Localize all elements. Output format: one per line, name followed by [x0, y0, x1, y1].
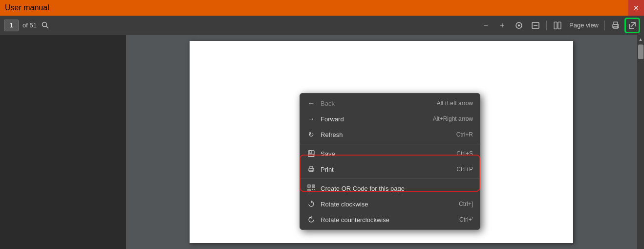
- refresh-shortcut: Ctrl+R: [456, 131, 473, 138]
- back-icon: ←: [307, 99, 316, 108]
- title-bar: User manual ✕: [0, 0, 644, 16]
- qrcode-icon: [307, 184, 316, 193]
- close-button[interactable]: ✕: [628, 0, 644, 16]
- print-ctx-icon: [307, 165, 316, 174]
- fit-page-icon: [515, 21, 523, 30]
- rotate-cw-label: Rotate clockwise: [321, 201, 454, 208]
- svg-point-19: [313, 169, 314, 170]
- svg-rect-14: [309, 151, 312, 153]
- context-menu-qrcode[interactable]: Create QR Code for this page: [300, 181, 480, 196]
- menu-separator-1: [300, 144, 480, 144]
- svg-rect-26: [312, 189, 313, 190]
- context-menu-print[interactable]: Print Ctrl+P: [300, 161, 480, 177]
- print-label: Print: [321, 166, 451, 173]
- save-label: Save: [321, 150, 451, 158]
- refresh-label: Refresh: [321, 131, 451, 138]
- page-view-area[interactable]: [550, 18, 565, 33]
- search-icon: [42, 22, 49, 29]
- svg-rect-25: [309, 190, 310, 191]
- svg-rect-10: [614, 26, 618, 28]
- svg-rect-29: [314, 191, 315, 192]
- context-menu-rotate-cw[interactable]: Rotate clockwise Ctrl+]: [300, 196, 480, 212]
- svg-rect-28: [312, 191, 313, 192]
- svg-rect-9: [614, 22, 618, 24]
- open-new-icon: [628, 22, 636, 29]
- scrollbar[interactable]: ▲: [637, 35, 644, 249]
- toolbar-right: − + Page view: [478, 18, 640, 33]
- print-shortcut: Ctrl+P: [456, 166, 473, 173]
- open-in-new-button[interactable]: [624, 18, 640, 33]
- rotate-ccw-shortcut: Ctrl+': [459, 216, 473, 223]
- rotate-ccw-label: Rotate counterclockwise: [321, 216, 454, 224]
- svg-point-3: [518, 24, 520, 26]
- rotate-cw-shortcut: Ctrl+]: [459, 201, 473, 207]
- page-layout-icon: [553, 21, 562, 30]
- context-menu-forward[interactable]: → Forward Alt+Right arrow: [300, 111, 480, 127]
- svg-rect-27: [314, 189, 315, 190]
- zoom-out-button[interactable]: −: [478, 18, 494, 33]
- save-shortcut: Ctrl+S: [456, 150, 473, 157]
- back-shortcut: Alt+Left arrow: [437, 100, 473, 107]
- zoom-in-button[interactable]: +: [494, 18, 510, 33]
- svg-rect-6: [554, 22, 557, 29]
- menu-separator-2: [300, 179, 480, 179]
- app-title: User manual: [5, 3, 49, 12]
- svg-point-11: [617, 25, 618, 26]
- print-toolbar-button[interactable]: [608, 18, 623, 33]
- scroll-thumb[interactable]: [638, 45, 644, 59]
- rotate-cw-icon: [307, 200, 316, 208]
- page-total: of 51: [22, 22, 37, 29]
- svg-rect-7: [558, 22, 561, 29]
- svg-point-0: [42, 22, 46, 26]
- context-menu-save[interactable]: Save Ctrl+S: [300, 146, 480, 161]
- fit-width-icon: [531, 21, 540, 30]
- context-menu-back[interactable]: ← Back Alt+Left arrow: [300, 95, 480, 111]
- rotate-ccw-icon: [307, 215, 316, 224]
- refresh-icon: ↻: [307, 130, 316, 139]
- context-menu-refresh[interactable]: ↻ Refresh Ctrl+R: [300, 127, 480, 142]
- svg-rect-23: [313, 186, 314, 187]
- forward-label: Forward: [321, 115, 428, 123]
- toolbar-separator-2: [604, 21, 605, 30]
- search-button[interactable]: [39, 21, 52, 30]
- toolbar-separator: [546, 21, 547, 30]
- left-sidebar: [0, 35, 126, 249]
- qrcode-label: Create QR Code for this page: [321, 185, 468, 192]
- print-icon: [611, 21, 620, 30]
- svg-line-12: [631, 23, 635, 27]
- back-label: Back: [321, 100, 432, 107]
- svg-rect-17: [310, 166, 313, 168]
- svg-rect-15: [309, 154, 314, 157]
- page-number-input[interactable]: [4, 20, 19, 31]
- svg-line-1: [46, 26, 48, 28]
- context-menu: ← Back Alt+Left arrow → Forward Alt+Righ…: [300, 93, 480, 230]
- toolbar: of 51 − +: [0, 16, 644, 35]
- page-view-label[interactable]: Page view: [566, 21, 601, 30]
- forward-shortcut: Alt+Right arrow: [433, 115, 473, 122]
- svg-rect-21: [309, 186, 310, 187]
- forward-icon: →: [307, 114, 316, 123]
- scroll-up-button[interactable]: ▲: [637, 35, 644, 44]
- fit-page-button[interactable]: [511, 18, 527, 33]
- fit-width-button[interactable]: [528, 18, 543, 33]
- save-icon: [307, 149, 316, 158]
- context-menu-rotate-ccw[interactable]: Rotate counterclockwise Ctrl+': [300, 212, 480, 227]
